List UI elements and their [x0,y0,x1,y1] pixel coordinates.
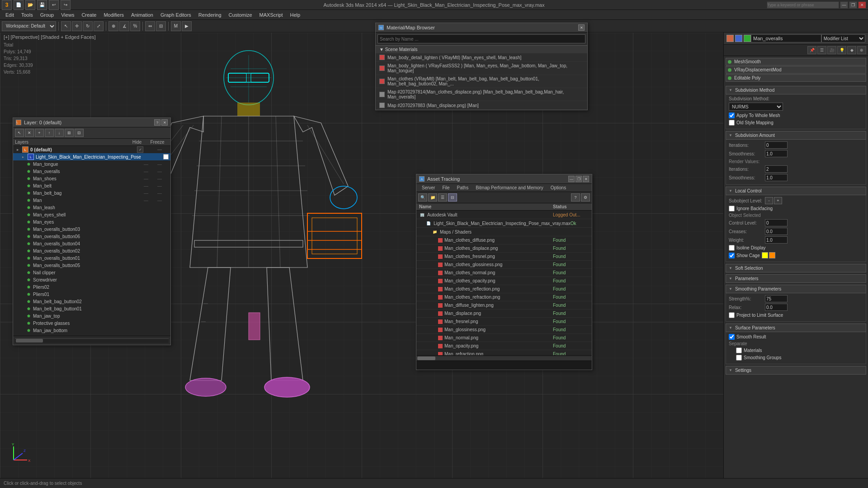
asset-item-vault[interactable]: 🏢 Autodesk Vault Logged Out... [416,211,592,219]
layer-item[interactable]: ⬟ Man_belt — — [13,182,170,189]
layer-item[interactable]: ⬟ Man_overalls_button04 [13,240,170,247]
menu-group[interactable]: Group [37,11,58,19]
layer-expand-btn[interactable]: ⊞ [65,129,74,137]
save-btn[interactable]: 💾 [37,0,47,10]
layer-hide-check[interactable]: ✓ [137,146,143,153]
render-smoothness-input[interactable] [765,174,788,181]
layer-item[interactable]: ⬟ Man_eyes_shell [13,211,170,218]
show-cage-checkbox[interactable] [729,253,735,258]
layer-item[interactable]: ⬟ Man_jaw_top [13,312,170,319]
layer-scrollbar[interactable] [15,338,169,343]
color-swatch3[interactable] [744,35,751,42]
asset-tool-help-btn[interactable]: ? [571,193,580,202]
asset-item[interactable]: Man_clothes_opacity.png Found [416,277,592,285]
render-iterations-input[interactable] [765,165,788,173]
layer-item[interactable]: ⬟ Nail clipper [13,269,170,276]
soft-selection-section[interactable]: Soft Selection [726,264,866,272]
settings-section[interactable]: Settings [726,366,866,375]
asset-tool-btn2[interactable]: 📁 [428,193,437,202]
app-icon[interactable]: 3 [2,0,12,10]
surface-params-section[interactable]: Surface Parameters [726,324,866,332]
layer-item[interactable]: ⬟ Man_overalls_button02 [13,247,170,254]
asset-item[interactable]: Man_clothes_normal.png Found [416,269,592,277]
search-input-bar[interactable] [767,1,839,9]
rp-pin-btn[interactable]: 📌 [807,46,816,54]
modifier-list-dropdown[interactable]: Modifier List [821,34,865,42]
subdivision-method-section[interactable]: Subdivision Method [726,86,866,94]
layer-scrollbar-thumb[interactable] [16,339,43,343]
asset-path-input[interactable] [418,363,590,368]
layer-item[interactable]: ⬟ Man_belt_bag — — [13,189,170,197]
layer-item[interactable]: ⬟ Man — — [13,197,170,204]
asset-tool-btn1[interactable]: 🔍 [418,193,427,202]
layer-move-up-btn[interactable]: ↑ [45,129,54,137]
menu-help[interactable]: Help [287,11,304,19]
asset-item[interactable]: Man_refraction.png Found [416,350,592,355]
menu-graph-editors[interactable]: Graph Editors [157,11,195,19]
material-search-input[interactable] [377,34,585,43]
menu-edit[interactable]: Edit [2,11,18,19]
asset-menu-file[interactable]: File [439,184,453,191]
asset-item-maps-folder[interactable]: 📁 Maps / Shaders [416,228,592,236]
menu-tools[interactable]: Tools [18,11,37,19]
asset-item[interactable]: Man_clothes_refraction.png Found [416,293,592,301]
layer-item[interactable]: ⬟ Man_eyes [13,218,170,225]
menu-create[interactable]: Create [78,11,100,19]
project-limit-checkbox[interactable] [729,312,735,318]
asset-close-btn[interactable]: ✕ [583,176,589,182]
asset-tool-btn3[interactable]: ☰ [438,193,447,202]
asset-menu-options[interactable]: Options [547,184,570,191]
mat-item-4[interactable]: Map #2070297814(Man_clothes_displace.png… [376,88,587,101]
asset-tool-btn4[interactable]: ⊟ [448,193,457,202]
layer-item[interactable]: ⬟ Man_overalls_button06 [13,233,170,240]
modifier-editable-poly[interactable]: Editable Poly [726,74,866,82]
rp-list-btn[interactable]: ☰ [817,46,826,54]
object-name-input[interactable] [751,34,821,42]
cage-color-swatch1[interactable] [762,252,768,258]
asset-minimize-btn[interactable]: — [568,176,575,182]
layer-item[interactable]: ⬟ Man_jaw_bottom [13,327,170,334]
new-btn[interactable]: 📄 [14,0,24,10]
asset-item[interactable]: Man_diffuse_lighten.png Found [416,301,592,310]
undo-btn[interactable]: ↩ [49,0,59,10]
subdivision-amount-section[interactable]: Subdivision Amount [726,131,866,140]
asset-scrollbar-thumb[interactable] [417,357,435,360]
sublevel-minus-btn[interactable]: - [765,197,773,204]
asset-menu-server[interactable]: Server [418,184,439,191]
layer-item[interactable]: ⬟ Man_tongue — — [13,160,170,168]
parameters-section[interactable]: Parameters [726,274,866,283]
menu-rendering[interactable]: Rendering [195,11,225,19]
menu-animation[interactable]: Animation [127,11,157,19]
mat-item-2[interactable]: Man_body_lighten ( VRayFastSSS2 ) [Man, … [376,62,587,75]
materials-checkbox[interactable] [736,347,742,353]
layer-item[interactable]: ⬟ Screwdriver indicator [13,334,170,336]
asset-item-main-file[interactable]: 📄 Light_Skin_Black_Man_Electrician_Inspe… [416,219,592,228]
menu-views[interactable]: Views [57,11,78,19]
restore-btn[interactable]: ❐ [849,1,857,9]
subdiv-method-dropdown[interactable]: NURMS [729,103,783,111]
cage-color-swatch2[interactable] [769,252,775,258]
material-editor-btn[interactable]: M [171,21,181,31]
asset-item[interactable]: Man_clothes_displace.png Found [416,244,592,253]
percent-snap-btn[interactable]: % [130,21,140,31]
layer-collapse-btn[interactable]: ⊟ [75,129,84,137]
color-swatch1[interactable] [726,35,734,42]
rp-helper-btn[interactable]: ⊕ [857,46,866,54]
asset-item[interactable]: Man_normal.png Found [416,334,592,342]
layer-add-btn[interactable]: + [35,129,44,137]
layer-panel-close-btn[interactable]: ✕ [161,119,168,126]
menu-maxscript[interactable]: MAXScript [256,11,287,19]
asset-tool-settings-btn[interactable]: ⚙ [581,193,590,202]
creases-input[interactable] [765,228,788,235]
mat-item-3[interactable]: Man_clothes (VRayMtl) [Man_belt, Man_bel… [376,75,587,88]
modifier-meshsmooth[interactable]: MeshSmooth [726,58,866,66]
ignore-backfacing-checkbox[interactable] [729,206,735,211]
scene-materials-header[interactable]: ▼ Scene Materials [376,45,587,53]
mat-item-5[interactable]: Map #2070297883 (Man_displace.png) [Man] [376,101,587,110]
control-level-input[interactable] [765,219,788,226]
smoothing-groups-checkbox[interactable] [736,355,742,361]
asset-item[interactable]: Man_clothes_fresnel.png Found [416,253,592,261]
menu-customize[interactable]: Customize [225,11,256,19]
layer-item[interactable]: ⬟ Man_overalls_button01 [13,254,170,262]
asset-scrollbar[interactable] [416,355,592,361]
